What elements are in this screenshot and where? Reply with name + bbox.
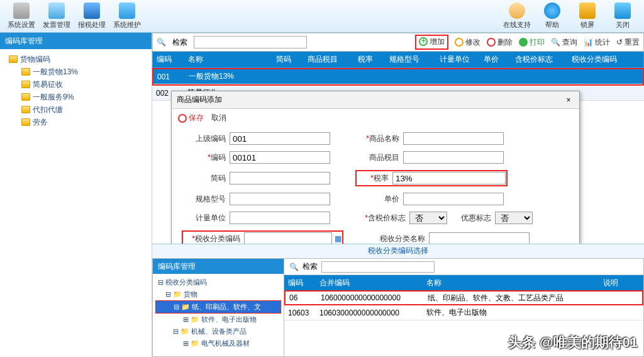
taxcode-input[interactable]: [244, 232, 332, 245]
label: 系统维护: [113, 20, 141, 30]
taxflag-select[interactable]: 否: [409, 212, 447, 224]
person-icon: [509, 3, 525, 19]
label: 税收分类编码: [184, 234, 240, 244]
item-input[interactable]: [403, 151, 504, 164]
tree-item[interactable]: ⊟ 📁 纸、印刷品、软件、文: [155, 300, 281, 314]
label: 税收分类名称: [369, 234, 425, 244]
plus-icon: [419, 37, 428, 46]
tool-tax[interactable]: 报税处理: [74, 1, 109, 31]
print-icon: [519, 38, 528, 47]
folder-icon: [21, 81, 30, 88]
stats-button[interactable]: 📊统计: [584, 37, 610, 48]
folder-icon: [21, 93, 30, 101]
tree-item[interactable]: 一般货物13%: [3, 65, 149, 78]
label: 规格型号: [182, 194, 226, 205]
tool-help[interactable]: 帮助: [535, 1, 570, 31]
label: 编码: [182, 152, 226, 163]
tool-maintain[interactable]: 系统维护: [109, 1, 145, 31]
tree-item[interactable]: ⊞ 📁 软件、电子出版物: [155, 314, 281, 326]
gear-icon: [13, 3, 30, 19]
folder-icon: [21, 68, 30, 76]
reset-button[interactable]: ↺重置: [616, 37, 640, 48]
action-bar: 🔍 检索 增加 修改 删除 打印 🔍查询 📊统计 ↺重置: [152, 33, 644, 52]
label: 锁屏: [580, 20, 594, 30]
tool-close[interactable]: 关闭: [605, 1, 640, 31]
main-toolbar: 系统设置 发票管理 报税处理 系统维护 在线支持 帮助 锁屏 关闭: [0, 0, 644, 33]
lower-grid-header: 编码 合并编码 名称 说明: [284, 275, 643, 290]
save-button[interactable]: 保存: [178, 113, 204, 123]
watermark: 头条 @唯美的期待01: [508, 333, 638, 352]
tree-root[interactable]: 货物编码: [3, 53, 149, 65]
tool-lock[interactable]: 锁屏: [570, 1, 605, 31]
spec-input[interactable]: [230, 193, 330, 205]
table-row[interactable]: 001 一般货物13%: [153, 69, 643, 84]
add-button[interactable]: 增加: [419, 37, 445, 47]
tool-system-settings[interactable]: 系统设置: [4, 1, 39, 31]
unit-input[interactable]: [230, 212, 330, 224]
code-input[interactable]: [230, 151, 330, 164]
tree-item[interactable]: ⊞ 📁 电气机械及器材: [155, 337, 281, 349]
table-row[interactable]: 10603 1060300000000000000 软件、电子出版物: [284, 305, 643, 320]
save-icon: [178, 114, 187, 123]
lower-search-input[interactable]: [321, 261, 435, 273]
help-icon: [544, 3, 560, 19]
close-icon[interactable]: ×: [563, 96, 574, 105]
folder-icon: [21, 106, 30, 113]
tree-item[interactable]: ⊟ 📁 机械、设备类产品: [155, 326, 281, 337]
lower-tree: 编码库管理 ⊟ 税收分类编码 ⊟ 📁 货物 ⊟ 📁 纸、印刷品、软件、文 ⊞ 📁…: [152, 258, 284, 357]
folder-icon: [119, 3, 135, 19]
pref-select[interactable]: 否: [495, 212, 533, 224]
label: 单价: [355, 194, 399, 205]
label: 报税处理: [78, 20, 106, 30]
tree-item[interactable]: 劳务: [3, 116, 149, 128]
search-icon: 🔍: [157, 38, 166, 47]
label: 含税价标志: [355, 213, 406, 224]
tool-invoice[interactable]: 发票管理: [39, 1, 74, 31]
label: 上级编码: [182, 133, 226, 144]
search-label: 检索: [303, 261, 318, 272]
dialog-title-bar: 商品编码添加 ×: [172, 91, 579, 109]
label: 发票管理: [43, 20, 70, 30]
tree-item[interactable]: 代扣代缴: [3, 103, 149, 116]
label: 商品名称: [355, 133, 399, 144]
monitor-icon: [84, 3, 100, 19]
tree-item[interactable]: ⊟ 📁 货物: [155, 288, 281, 300]
table-row[interactable]: 06 1060000000000000000 纸、印刷品、软件、文教、工艺品类产…: [284, 290, 643, 305]
edit-button[interactable]: 修改: [455, 37, 480, 48]
label: 帮助: [545, 20, 559, 30]
folder-icon: [21, 118, 30, 126]
lower-title: 税收分类编码选择: [152, 244, 644, 258]
delete-icon: [487, 38, 496, 47]
query-button[interactable]: 🔍查询: [551, 37, 577, 48]
rate-input[interactable]: [392, 172, 506, 184]
tool-support[interactable]: 在线支持: [499, 1, 535, 31]
label: 在线支持: [503, 20, 531, 30]
cancel-button[interactable]: 取消: [211, 113, 226, 123]
lookup-icon[interactable]: ▦: [335, 234, 341, 243]
folder-icon: [9, 55, 18, 63]
product-add-dialog: 商品编码添加 × 保存 取消 上级编码 商品名称 编码 商品税目: [171, 91, 580, 264]
delete-button[interactable]: 删除: [487, 37, 513, 48]
lock-icon: [579, 3, 596, 19]
tree-item[interactable]: 一般服务9%: [3, 91, 149, 103]
label: 优惠标志: [453, 213, 491, 224]
grid-header: 编码 名称 简码 商品税目 税率 规格型号 计量单位 单价 含税价标志 税收分类…: [152, 52, 644, 68]
price-input[interactable]: [403, 193, 504, 205]
tree-root[interactable]: ⊟ 税收分类编码: [155, 276, 281, 288]
search-input[interactable]: [194, 36, 307, 48]
print-button[interactable]: 打印: [519, 37, 545, 48]
dialog-title: 商品编码添加: [177, 94, 222, 105]
tree-body: 货物编码 一般货物13% 简易征收 一般服务9% 代扣代缴 劳务: [0, 49, 152, 357]
sidebar-title: 编码库管理: [0, 33, 152, 49]
name-input[interactable]: [403, 132, 504, 145]
tree-item[interactable]: 简易征收: [3, 78, 149, 91]
arrow-left-icon: [614, 3, 631, 19]
parent-code-input[interactable]: [230, 132, 330, 145]
search-label: 检索: [172, 37, 187, 48]
label: 关闭: [616, 20, 630, 30]
label: 税率: [357, 173, 389, 184]
edit-icon: [455, 38, 464, 47]
taxname-input[interactable]: [429, 232, 530, 245]
short-input[interactable]: [230, 172, 330, 184]
label: 简码: [182, 173, 226, 184]
